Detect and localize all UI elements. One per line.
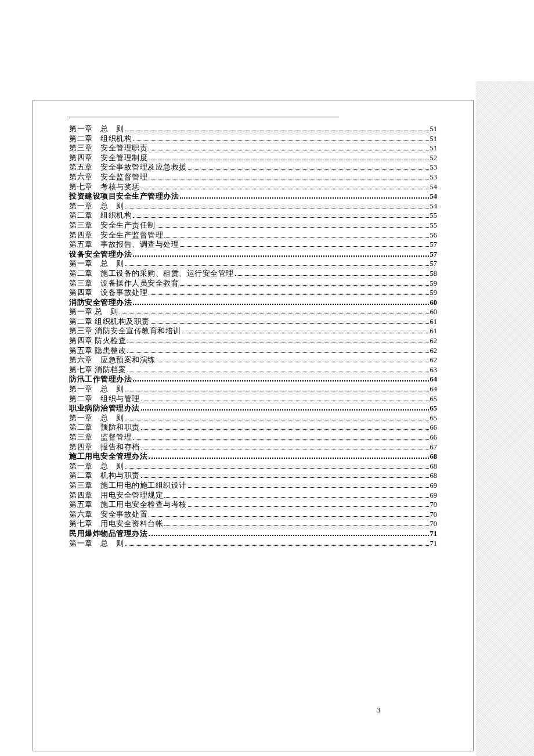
sidebar-texture <box>476 81 534 756</box>
toc-page: 54 <box>430 203 438 210</box>
toc-label: 第一章 总 则 <box>69 125 124 133</box>
toc-label: 第六章 安全监督管理 <box>69 174 147 181</box>
toc-label: 第二章 组织机构 <box>69 135 132 143</box>
toc-label: 第二章 预防和职责 <box>69 424 140 431</box>
toc-row: 第四章 安全生产监督管理56 <box>69 232 437 239</box>
toc-page: 60 <box>430 308 438 316</box>
toc-page: 68 <box>430 463 438 470</box>
toc-row: 第四章 安全管理制度52 <box>69 154 437 162</box>
toc-label: 第三章 施工用电的施工组织设计 <box>69 482 187 489</box>
toc-leader-dots <box>133 380 429 381</box>
toc-leader-dots <box>157 227 429 228</box>
toc-leader-dots <box>180 285 429 286</box>
toc-page: 59 <box>430 280 438 287</box>
toc-row: 第一章 总 则64 <box>69 386 437 393</box>
toc-row: 第六章 安全监督管理53 <box>69 174 437 181</box>
toc-page: 64 <box>430 376 438 383</box>
toc-leader-dots <box>125 545 429 546</box>
toc-row: 职业病防治管理办法65 <box>69 405 437 412</box>
toc-page: 71 <box>430 530 438 538</box>
toc-label: 第七章 用电安全资料台帐 <box>69 520 163 528</box>
toc-row: 第七章 考核与奖惩54 <box>69 183 437 191</box>
toc-row: 消防安全管理办法60 <box>69 299 437 307</box>
toc-label: 第一章 总 则 <box>69 415 124 422</box>
toc-label: 第六章 安全事故处置 <box>69 511 147 519</box>
toc-page: 55 <box>430 212 438 219</box>
toc-leader-dots <box>133 141 429 141</box>
toc-label: 第一章 总 则 <box>69 463 124 470</box>
toc-leader-dots <box>125 208 429 208</box>
toc-page: 53 <box>430 174 438 181</box>
toc-leader-dots <box>164 497 429 498</box>
toc-leader-dots <box>149 160 429 160</box>
toc-label: 第二章 组织机构 <box>69 212 132 219</box>
toc-page: 55 <box>430 222 438 229</box>
toc-leader-dots <box>127 343 428 343</box>
toc-row: 第六章 安全事故处置70 <box>69 511 437 519</box>
toc-leader-dots <box>149 179 429 179</box>
toc-page: 61 <box>430 318 438 326</box>
toc-label: 第四章 用电安全管理规定 <box>69 492 163 499</box>
toc-label: 施工用电安全管理办法 <box>69 453 147 460</box>
toc-label: 第五章 事故报告、调查与处理 <box>69 241 179 249</box>
toc-label: 第四章 报告和存档 <box>69 444 140 451</box>
toc-leader-dots <box>127 352 428 353</box>
toc-label: 第五章 安全事故管理及应急救援 <box>69 164 187 171</box>
toc-label: 第二章 组织与管理 <box>69 395 140 403</box>
toc-leader-dots <box>141 189 429 189</box>
toc-label: 设备安全管理办法 <box>69 251 132 258</box>
toc-leader-dots <box>133 304 429 305</box>
page-number: 3 <box>377 706 380 715</box>
toc-label: 第二章 机构与职责 <box>69 472 140 480</box>
toc-leader-dots <box>125 265 429 266</box>
toc-label: 第一章 总 则 <box>69 308 118 316</box>
toc-leader-dots <box>141 401 429 401</box>
toc-row: 第三章 设备操作人员安全教育59 <box>69 280 437 287</box>
toc-label: 投资建设项目安全生产管理办法 <box>69 193 179 200</box>
toc-row: 第七章 消防档案63 <box>69 366 437 374</box>
toc-label: 第五章 施工用电安全检查与考核 <box>69 501 187 509</box>
toc-row: 第二章 组织机构及职责61 <box>69 318 437 326</box>
toc-row: 第一章 总 则57 <box>69 260 437 268</box>
toc-label: 第三章 消防安全宣传教育和培训 <box>69 327 181 335</box>
toc-leader-dots <box>151 323 429 324</box>
toc-leader-dots <box>180 246 429 247</box>
toc-row: 第二章 预防和职责66 <box>69 424 437 431</box>
toc-label: 第二章 施工设备的采购、租赁、运行安全管理 <box>69 270 234 278</box>
toc-page: 56 <box>430 232 438 239</box>
toc-row: 第一章 总 则51 <box>69 125 437 133</box>
toc-row: 第一章 总 则60 <box>69 308 437 316</box>
toc-row: 第四章 防火检查62 <box>69 337 437 345</box>
toc-leader-dots <box>149 458 429 459</box>
toc-leader-dots <box>149 294 429 295</box>
toc-leader-dots <box>157 362 429 362</box>
toc-leader-dots <box>188 487 429 488</box>
toc-leader-dots <box>149 535 429 536</box>
toc-label: 第三章 监督管理 <box>69 434 132 441</box>
toc-page: 65 <box>430 415 438 422</box>
toc-label: 第一章 总 则 <box>69 260 124 268</box>
toc-page: 65 <box>430 395 438 403</box>
page-frame: 第一章 总 则51第二章 组织机构51第三章 安全管理职责51第四章 安全管理制… <box>33 100 474 751</box>
toc-page: 69 <box>430 482 438 489</box>
toc-row: 第四章 设备事故处理59 <box>69 289 437 297</box>
toc-label: 职业病防治管理办法 <box>69 405 140 412</box>
toc-page: 51 <box>430 145 438 152</box>
toc-page: 53 <box>430 164 438 171</box>
toc-row: 投资建设项目安全生产管理办法54 <box>69 193 437 200</box>
toc-page: 70 <box>430 501 438 509</box>
toc-leader-dots <box>141 429 429 430</box>
toc-row: 第六章 应急预案和演练62 <box>69 357 437 364</box>
toc-page: 66 <box>430 424 438 431</box>
toc-page: 62 <box>430 357 438 364</box>
toc-page: 52 <box>430 154 438 162</box>
header-rule <box>69 117 339 117</box>
toc-page: 70 <box>430 511 438 519</box>
toc-row: 第五章 施工用电安全检查与考核70 <box>69 501 437 509</box>
toc-row: 第二章 机构与职责68 <box>69 472 437 480</box>
toc-row: 第一章 总 则68 <box>69 463 437 470</box>
toc-page: 51 <box>430 125 438 133</box>
toc-page: 54 <box>430 183 438 191</box>
toc-page: 70 <box>430 520 438 528</box>
toc-label: 消防安全管理办法 <box>69 299 132 307</box>
